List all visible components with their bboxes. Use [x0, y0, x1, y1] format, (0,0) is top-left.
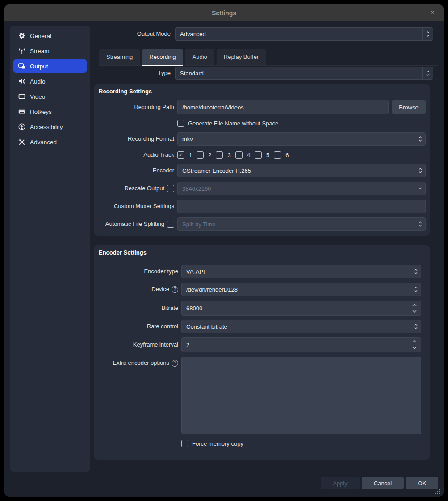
sidebar-item-label: Accessibility: [30, 124, 63, 130]
bitrate-label: Bitrate: [94, 301, 178, 316]
encoder-label: Encoder: [94, 164, 174, 177]
tab-streaming[interactable]: Streaming: [99, 49, 140, 65]
auto-split-checkbox[interactable]: [167, 221, 174, 228]
broadcast-icon: [18, 47, 25, 55]
recording-format-select[interactable]: mkv: [177, 132, 426, 146]
audio-track-label: Audio Track: [94, 148, 174, 162]
device-label-row: Device ?: [94, 283, 178, 296]
type-select[interactable]: Standard: [175, 67, 433, 80]
sidebar-item-label: Video: [30, 93, 45, 100]
sidebar-item-label: Stream: [30, 48, 50, 54]
speaker-icon: [18, 78, 25, 85]
chevron-updown-icon: [410, 320, 421, 333]
generate-no-space-label: Generate File Name without Space: [188, 120, 278, 127]
chevron-down-icon: [415, 182, 425, 195]
rate-control-label: Rate control: [94, 320, 178, 333]
sidebar-item-label: General: [30, 33, 51, 39]
encoder-type-select[interactable]: VA-API: [181, 265, 421, 278]
extra-options-label: Extra encoder options: [113, 359, 169, 367]
auto-split-label: Automatic File Splitting: [94, 217, 164, 231]
chevron-updown-icon: [410, 265, 421, 278]
keyframe-interval-label: Keyframe interval: [94, 337, 178, 352]
keyboard-icon: [18, 108, 25, 116]
force-memory-copy-row: Force memory copy: [181, 440, 243, 447]
custom-muxer-label: Custom Muxer Settings: [94, 200, 174, 213]
type-label: Type: [95, 67, 171, 80]
device-select[interactable]: /dev/dri/renderD128: [181, 283, 421, 296]
chevron-updown-icon: [415, 133, 425, 145]
spin-down-icon[interactable]: [412, 345, 417, 351]
sidebar-item-output[interactable]: Output: [13, 59, 87, 73]
tab-replay-buffer[interactable]: Replay Buffer: [217, 49, 266, 65]
force-memory-copy-checkbox[interactable]: [181, 440, 188, 447]
force-memory-copy-label: Force memory copy: [192, 440, 243, 447]
encoder-settings-title: Encoder Settings: [99, 249, 147, 256]
tab-audio[interactable]: Audio: [185, 49, 214, 65]
recording-path-label: Recording Path: [94, 100, 174, 114]
spin-up-icon[interactable]: [412, 339, 417, 344]
extra-options-textarea[interactable]: [181, 357, 421, 434]
apply-button[interactable]: Apply: [321, 477, 360, 489]
rescale-output-select[interactable]: 3840x2160: [177, 182, 426, 195]
cancel-button[interactable]: Cancel: [362, 477, 404, 489]
titlebar[interactable]: Settings ×: [4, 4, 444, 21]
type-value: Standard: [176, 70, 422, 77]
output-mode-label: Output Mode: [95, 27, 171, 41]
sidebar-item-hotkeys[interactable]: Hotkeys: [13, 105, 87, 118]
audio-track-5-checkbox[interactable]: [255, 151, 262, 159]
settings-sidebar: General Stream Output Audio Video: [10, 26, 90, 472]
encoder-settings-card: Encoder Settings Encoder type VA-API Dev…: [94, 245, 430, 460]
sidebar-item-label: Advanced: [30, 139, 57, 146]
help-icon[interactable]: ?: [172, 286, 178, 293]
recording-path-input[interactable]: [177, 100, 389, 114]
rate-control-select[interactable]: Constant bitrate: [181, 320, 421, 333]
output-icon: [18, 63, 25, 70]
close-icon[interactable]: ×: [428, 4, 437, 21]
custom-muxer-input[interactable]: [177, 200, 426, 213]
spin-up-icon[interactable]: [412, 302, 417, 308]
audio-track-2-checkbox[interactable]: [197, 151, 204, 159]
device-label: Device: [151, 283, 169, 296]
browse-button[interactable]: Browse: [392, 100, 426, 114]
sidebar-item-general[interactable]: General: [13, 29, 87, 42]
encoder-select[interactable]: GStreamer Encoder H.265: [177, 164, 426, 177]
extra-options-label-row: Extra encoder options ?: [94, 359, 178, 367]
audio-track-6-checkbox[interactable]: [274, 151, 281, 159]
sidebar-item-advanced[interactable]: Advanced: [13, 135, 87, 149]
rescale-output-label: Rescale Output: [94, 182, 164, 195]
chevron-updown-icon: [422, 67, 433, 79]
sidebar-item-label: Output: [30, 63, 48, 70]
sidebar-item-accessibility[interactable]: Accessibility: [13, 120, 87, 134]
recording-settings-title: Recording Settings: [99, 88, 152, 95]
keyframe-interval-spinbox[interactable]: 2: [181, 337, 421, 352]
monitor-icon: [18, 93, 25, 100]
spin-down-icon[interactable]: [412, 309, 417, 314]
sidebar-item-stream[interactable]: Stream: [13, 44, 87, 58]
sidebar-item-audio[interactable]: Audio: [13, 75, 87, 88]
encoder-type-label: Encoder type: [94, 265, 178, 278]
output-mode-value: Advanced: [176, 31, 422, 38]
audio-track-3-checkbox[interactable]: [216, 151, 223, 159]
auto-split-select[interactable]: Split by Time: [177, 217, 426, 231]
generate-no-space-row: Generate File Name without Space: [177, 120, 278, 127]
window-title: Settings: [4, 4, 444, 21]
output-mode-select[interactable]: Advanced: [175, 27, 433, 41]
accessibility-icon: [18, 123, 25, 131]
sidebar-item-video[interactable]: Video: [13, 90, 87, 103]
audio-track-4-checkbox[interactable]: [235, 151, 243, 159]
chevron-updown-icon: [415, 218, 425, 230]
audio-track-1-checkbox[interactable]: ✓: [177, 151, 184, 159]
resize-grip[interactable]: [434, 488, 440, 494]
bitrate-spinbox[interactable]: 68000: [181, 301, 421, 316]
chevron-updown-icon: [410, 283, 421, 296]
recording-settings-card: Recording Settings Recording Path Browse…: [94, 84, 430, 236]
tab-recording[interactable]: Recording: [142, 49, 183, 66]
audio-track-row: ✓ 1 2 3 4 5 6: [177, 151, 289, 159]
settings-window: Settings × General Stream Output Au: [4, 4, 444, 497]
rescale-output-checkbox[interactable]: [167, 185, 174, 192]
sidebar-item-label: Audio: [30, 78, 46, 85]
generate-no-space-checkbox[interactable]: [177, 120, 184, 127]
help-icon[interactable]: ?: [172, 360, 178, 367]
chevron-updown-icon: [422, 28, 433, 40]
chevron-updown-icon: [415, 164, 425, 177]
